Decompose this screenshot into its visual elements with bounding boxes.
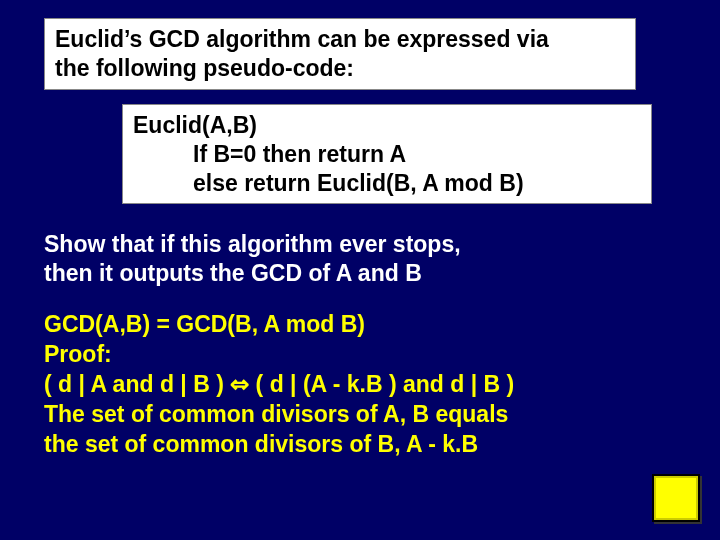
show-line1: Show that if this algorithm ever stops, [44,230,684,259]
show-line2: then it outputs the GCD of A and B [44,259,684,288]
intro-box: Euclid’s GCD algorithm can be expressed … [44,18,636,90]
decoration-square [652,474,700,522]
proof-block: GCD(A,B) = GCD(B, A mod B) Proof: ( d | … [44,310,684,459]
proof-line4: The set of common divisors of A, B equal… [44,400,684,430]
proof-line1: GCD(A,B) = GCD(B, A mod B) [44,310,684,340]
proof-line2: Proof: [44,340,684,370]
pseudocode-if: If B=0 then return A [133,140,641,169]
intro-line1: Euclid’s GCD algorithm can be expressed … [55,25,625,54]
proof-line5: the set of common divisors of B, A - k.B [44,430,684,460]
proof-line3: ( d | A and d | B ) ⇔ ( d | (A - k.B ) a… [44,370,684,400]
pseudocode-box: Euclid(A,B) If B=0 then return A else re… [122,104,652,204]
show-statement: Show that if this algorithm ever stops, … [44,230,684,288]
pseudocode-else: else return Euclid(B, A mod B) [133,169,641,198]
intro-line2: the following pseudo-code: [55,54,625,83]
pseudocode-header: Euclid(A,B) [133,111,641,140]
